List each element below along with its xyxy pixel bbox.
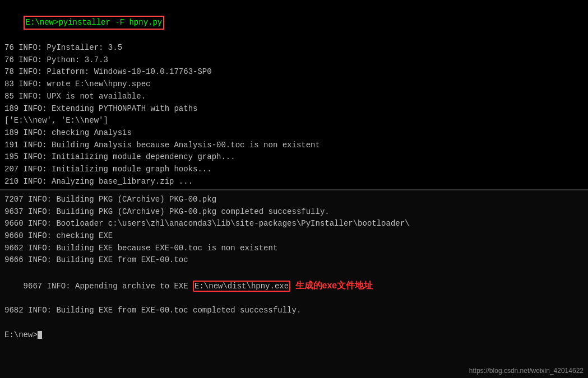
log-line-12: 210 INFO: Analyzing base_library.zip ... (4, 176, 584, 188)
log-line-2: 76 INFO: Python: 3.7.3 (4, 54, 584, 67)
log-line-11: 207 INFO: Initializing module graph hook… (4, 164, 584, 176)
cursor-blink (38, 331, 42, 339)
log-line-10: 195 INFO: Initializing module dependency… (4, 151, 584, 164)
bottom-line-7-pre: 9667 INFO: Appending archive to EXE (24, 282, 193, 291)
log-line-4: 83 INFO: wrote E:\new\hpny.spec (4, 78, 584, 91)
log-line-3: 78 INFO: Platform: Windows-10-10.0.17763… (4, 66, 584, 78)
prompt-line: E:\new> (4, 329, 584, 342)
watermark: https://blog.csdn.net/weixin_42014622 (469, 367, 584, 375)
bottom-line-8: 9682 INFO: Building EXE from EXE-00.toc … (4, 305, 584, 317)
terminal-top-pane: E:\new>pyinstaller -F hpny.py 76 INFO: P… (0, 0, 588, 190)
command-line: E:\new>pyinstaller -F hpny.py (4, 3, 584, 42)
bottom-line-3: 9660 INFO: Bootloader c:\users\zhl\anaco… (4, 218, 584, 230)
log-line-7: ['E:\\new', 'E:\\new'] (4, 115, 584, 127)
bottom-line-4: 9660 INFO: checking EXE (4, 230, 584, 242)
bottom-line-6: 9666 INFO: Building EXE from EXE-00.toc (4, 254, 584, 267)
log-line-1: 76 INFO: PyInstaller: 3.5 (4, 42, 584, 54)
log-line-8: 189 INFO: checking Analysis (4, 127, 584, 139)
bottom-line-9 (4, 317, 584, 329)
terminal-bottom-pane: 7207 INFO: Building PKG (CArchive) PKG-0… (0, 190, 588, 378)
annotation-text: 生成的exe文件地址 (295, 281, 373, 290)
bottom-line-7: 9667 INFO: Appending archive to EXE E:\n… (4, 267, 584, 305)
bottom-line-2: 9637 INFO: Building PKG (CArchive) PKG-0… (4, 206, 584, 218)
bottom-line-5: 9662 INFO: Building EXE because EXE-00.t… (4, 242, 584, 255)
log-line-5: 85 INFO: UPX is not available. (4, 91, 584, 103)
log-line-6: 189 INFO: Extending PYTHONPATH with path… (4, 103, 584, 115)
bottom-line-1: 7207 INFO: Building PKG (CArchive) PKG-0… (4, 194, 584, 206)
exe-path-highlight: E:\new\dist\hpny.exe (193, 281, 290, 292)
log-line-9: 191 INFO: Building Analysis because Anal… (4, 139, 584, 152)
cmd-text: E:\new>pyinstaller -F hpny.py (24, 16, 165, 30)
